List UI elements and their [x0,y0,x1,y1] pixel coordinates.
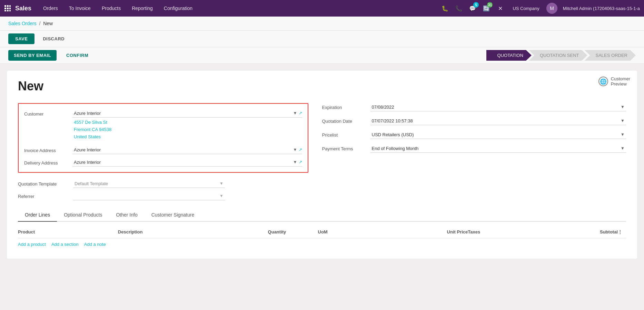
invoice-address-label: Invoice Address [24,146,72,153]
phone-icon[interactable]: 📞 [453,3,464,14]
discard-button[interactable]: DISCARD [37,33,70,44]
add-section-link[interactable]: Add a section [51,242,79,247]
referrer-field-value: ▼ [73,192,225,200]
add-product-link[interactable]: Add a product [18,242,46,247]
delivery-external-link[interactable]: ↗ [299,160,302,164]
expiration-row: Expiration ▼ [322,103,626,111]
delivery-address-row: Delivery Address ▼ ↗ [24,158,302,167]
confirm-button[interactable]: CONFIRM [61,50,94,61]
delivery-address-input[interactable] [72,158,302,167]
svg-rect-3 [4,8,6,9]
topbar-icons: 🐛 📞 💬 5 🔄 31 ✕ US Company M Mitchell Adm… [439,3,640,14]
quotation-template-field-value: ▼ [73,180,225,188]
action-bar: SAVE DISCARD [0,31,644,47]
nav-configuration[interactable]: Configuration [159,0,197,17]
right-section: Expiration ▼ Quotation Date ▼ [322,103,626,173]
pricelist-input[interactable] [370,131,626,139]
customer-external-link[interactable]: ↗ [299,111,302,116]
customer-section: Customer ▼ ↗ 4557 De Silva St Fremont CA… [18,103,308,173]
messages-icon[interactable]: 💬 5 [467,3,478,14]
tab-optional-products[interactable]: Optional Products [57,209,109,222]
payment-terms-row: Payment Terms ▼ [322,144,626,153]
svg-rect-1 [7,5,9,7]
pricelist-row: Pricelist ▼ [322,131,626,139]
delivery-dropdown-arrow[interactable]: ▼ [293,160,297,164]
svg-rect-4 [7,8,9,9]
referrer-label: Referrer [18,194,73,199]
svg-rect-6 [4,10,6,11]
step-sales-order[interactable]: SALES ORDER [585,50,636,61]
referrer-row: Referrer ▼ [18,192,626,200]
col-description: Description [118,229,268,234]
nav-reporting[interactable]: Reporting [127,0,158,17]
col-taxes: Taxes [468,229,518,234]
customer-preview-button[interactable]: 🌐 CustomerPreview [598,76,630,87]
invoice-address-input[interactable] [72,146,302,154]
col-unit-price: Unit Price [368,229,468,234]
pricelist-arrow[interactable]: ▼ [621,132,625,137]
referrer-arrow[interactable]: ▼ [219,193,224,198]
save-button[interactable]: SAVE [8,33,34,44]
tab-customer-signature[interactable]: Customer Signature [145,209,201,222]
close-icon[interactable]: ✕ [495,3,506,14]
table-add-row: Add a product Add a section Add a note [18,238,626,250]
payment-terms-arrow: ▼ [621,146,625,151]
col-uom: UoM [318,229,368,234]
updates-icon[interactable]: 🔄 31 [481,3,492,14]
breadcrumb: Sales Orders / New [0,17,644,31]
step-quotation[interactable]: QUOTATION [486,50,532,61]
quotation-date-row: Quotation Date ▼ [322,117,626,125]
invoice-address-row: Invoice Address ▼ ↗ [24,146,302,154]
grid-menu-icon[interactable] [4,5,11,12]
form-grid: Customer ▼ ↗ 4557 De Silva St Fremont CA… [18,103,626,173]
globe-icon: 🌐 [598,77,608,86]
tab-order-lines[interactable]: Order Lines [18,209,57,222]
referrer-input[interactable] [73,192,225,200]
quotation-date-label: Quotation Date [322,119,370,124]
invoice-dropdown-arrow[interactable]: ▼ [293,147,297,152]
step-quotation-sent[interactable]: QUOTATION SENT [529,50,587,61]
expiration-field-value: ▼ [370,103,626,111]
quotation-template-input[interactable] [73,180,225,188]
tabs-container: Order Lines Optional Products Other Info… [18,209,626,222]
form-card: 🌐 CustomerPreview New Customer ▼ ↗ [7,71,637,259]
address-line2: Fremont CA 94538 [74,126,301,133]
tab-other-info[interactable]: Other Info [109,209,144,222]
payment-terms-label: Payment Terms [322,146,370,151]
customer-label: Customer [24,109,72,117]
customer-row: Customer ▼ ↗ 4557 De Silva St Fremont CA… [24,109,302,142]
top-navigation: Sales Orders To Invoice Products Reporti… [0,0,644,17]
company-name: US Company [513,6,539,11]
quotation-template-label: Quotation Template [18,181,73,187]
quotation-template-arrow[interactable]: ▼ [219,181,224,186]
payment-terms-input[interactable] [370,144,626,153]
quotation-date-field-value: ▼ [370,117,626,125]
customer-dropdown-arrow[interactable]: ▼ [293,111,297,116]
invoice-external-link[interactable]: ↗ [299,147,302,152]
add-note-link[interactable]: Add a note [84,242,106,247]
quotation-date-arrow[interactable]: ▼ [621,118,625,123]
form-title: New [18,79,626,93]
col-menu: ⋮ [618,229,626,234]
customer-input[interactable] [72,109,302,118]
status-steps: QUOTATION QUOTATION SENT SALES ORDER [486,50,636,61]
breadcrumb-parent[interactable]: Sales Orders [8,21,37,26]
messages-badge: 5 [473,2,479,8]
nav-orders[interactable]: Orders [38,0,63,17]
col-product: Product [18,229,118,234]
updates-badge: 31 [487,2,493,8]
quotation-template-row: Quotation Template ▼ [18,180,626,188]
user-avatar[interactable]: M [546,3,557,14]
invoice-address-field-value: ▼ ↗ [72,146,302,154]
delivery-address-field-value: ▼ ↗ [72,158,302,167]
pricelist-label: Pricelist [322,132,370,138]
expiration-input[interactable] [370,103,626,111]
pricelist-field-value: ▼ [370,131,626,139]
nav-to-invoice[interactable]: To Invoice [64,0,96,17]
delivery-address-label: Delivery Address [24,158,72,166]
expiration-label: Expiration [322,105,370,110]
send-email-button[interactable]: SEND BY EMAIL [8,50,57,61]
nav-products[interactable]: Products [97,0,126,17]
bug-icon[interactable]: 🐛 [439,3,450,14]
quotation-date-input[interactable] [370,117,626,125]
